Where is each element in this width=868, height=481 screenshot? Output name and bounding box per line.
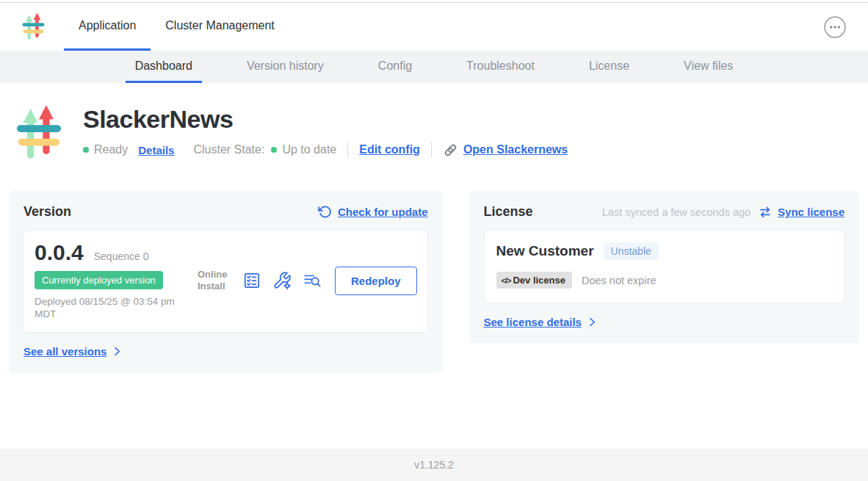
details-link[interactable]: Details (138, 144, 174, 156)
app-subnav: Dashboard Version history Config Trouble… (0, 51, 868, 83)
version-number: 0.0.4 (35, 241, 84, 264)
current-version-panel: 0.0.4 Sequence 0 Currently deployed vers… (23, 230, 428, 333)
cluster-state-value: Up to date (282, 143, 336, 156)
app-status-dot-icon (83, 147, 89, 153)
dashboard-main: SlackerNews Ready Details Cluster State:… (0, 103, 868, 373)
app-status-row: Ready Details Cluster State: Up to date … (83, 142, 568, 158)
license-details-panel: New Customer Unstable </> Dev license Do… (484, 230, 845, 303)
install-type-label: Online Install (198, 269, 231, 293)
sync-license-label: Sync license (778, 206, 845, 218)
deployed-status-badge: Currently deployed version (35, 271, 163, 289)
see-all-versions-link[interactable]: See all versions (23, 345, 123, 358)
see-all-versions-label: See all versions (23, 345, 106, 358)
tab-cluster-management-label: Cluster Management (165, 19, 275, 32)
open-slackernews-link[interactable]: Open Slackernews (463, 143, 568, 156)
top-navbar: Application Cluster Management (0, 3, 868, 51)
license-type-label: Dev license (513, 275, 565, 286)
top-nav-tabs: Application Cluster Management (64, 3, 289, 51)
license-card-title: License (484, 204, 533, 220)
tab-application-label: Application (79, 19, 136, 32)
license-card: License Last synced a few seconds ago Sy… (469, 190, 859, 344)
version-card: Version Check for update 0.0.4 Sequ (9, 190, 443, 373)
deployed-timestamp: Deployed 08/15/25 @ 03:54 pm MDT (35, 295, 190, 321)
cluster-state-label: Cluster State: (193, 143, 264, 156)
config-wrench-icon[interactable] (272, 271, 292, 290)
overflow-menu-button[interactable] (824, 16, 846, 38)
code-brackets-icon: </> (502, 276, 511, 285)
slackernews-logo-large (16, 103, 62, 163)
divider (431, 142, 432, 158)
ellipsis-circle-icon (824, 16, 846, 38)
subtab-config[interactable]: Config (369, 51, 422, 83)
license-last-synced: Last synced a few seconds ago (602, 206, 751, 218)
subtab-license[interactable]: License (579, 51, 639, 83)
license-type-badge: </> Dev license (496, 272, 572, 289)
sync-license-link[interactable]: Sync license (759, 206, 845, 219)
sync-arrows-icon (759, 206, 772, 219)
console-version: v1.125.2 (414, 459, 454, 471)
tab-cluster-management[interactable]: Cluster Management (151, 3, 289, 51)
subtab-view-files[interactable]: View files (674, 51, 742, 83)
app-status-text: Ready (94, 143, 128, 156)
check-for-update-link[interactable]: Check for update (318, 205, 428, 219)
channel-badge: Unstable (604, 242, 659, 260)
see-license-details-link[interactable]: See license details (484, 316, 598, 328)
link-chain-icon (443, 142, 458, 158)
deploy-logs-icon[interactable] (303, 271, 322, 290)
page-title: SlackerNews (83, 105, 568, 134)
refresh-icon (318, 205, 332, 219)
dashboard-cards: Version Check for update 0.0.4 Sequ (9, 190, 859, 373)
see-license-details-label: See license details (484, 316, 582, 328)
subtab-dashboard[interactable]: Dashboard (126, 51, 202, 83)
slackernews-logo-icon (22, 3, 45, 51)
redeploy-button[interactable]: Redeploy (335, 267, 417, 295)
version-sequence: Sequence 0 (94, 250, 149, 262)
license-expiry: Does not expire (582, 275, 657, 286)
customer-name: New Customer (496, 243, 594, 259)
cluster-state-dot-icon (271, 147, 277, 153)
version-card-title: Version (23, 204, 71, 220)
chevron-right-icon (587, 317, 598, 328)
app-header: SlackerNews Ready Details Cluster State:… (16, 103, 868, 163)
console-footer: v1.125.2 (0, 449, 868, 481)
check-for-update-label: Check for update (338, 206, 428, 218)
edit-config-link[interactable]: Edit config (359, 143, 420, 156)
chevron-right-icon (112, 346, 123, 357)
subtab-troubleshoot[interactable]: Troubleshoot (457, 51, 544, 83)
subtab-version-history[interactable]: Version history (237, 51, 333, 83)
tab-application[interactable]: Application (64, 3, 151, 51)
preflight-checks-icon[interactable] (242, 271, 261, 290)
divider (347, 142, 348, 158)
